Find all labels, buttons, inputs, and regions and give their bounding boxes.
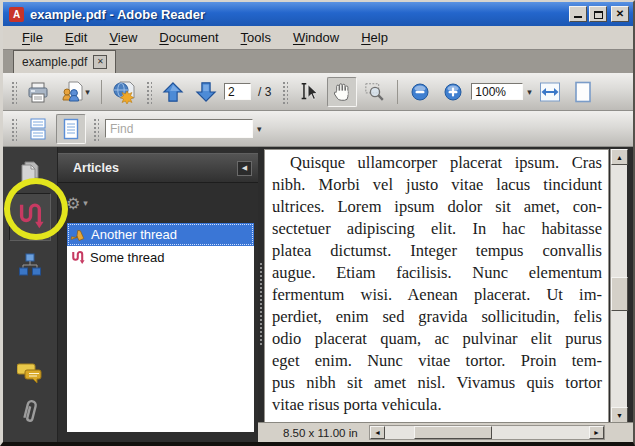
list-item-another-thread[interactable]: Another thread [67, 223, 254, 246]
collapse-panel-button[interactable]: ◀ [237, 161, 252, 176]
close-button[interactable]: ✕ [611, 6, 629, 22]
toolbar-grip[interactable] [145, 80, 152, 104]
tab-close-icon[interactable]: ✕ [93, 55, 107, 69]
secondary-toolbar: ▾ [3, 111, 633, 147]
text-line: vitae risus porta vehicula. [272, 394, 602, 416]
fit-page-icon [571, 80, 595, 104]
articles-panel: Articles ◀ ⚙ ▾ Another thread [58, 147, 258, 442]
main-toolbar: ▾ / 3 [3, 73, 633, 111]
toolbar-separator [397, 80, 398, 104]
tab-bar: example.pdf ✕ [3, 50, 633, 73]
page-size-label: 8.50 x 11.00 in [283, 427, 358, 439]
layers-panel-icon[interactable] [18, 253, 42, 277]
gear-icon[interactable]: ⚙ [66, 194, 80, 213]
fit-width-icon [538, 80, 562, 104]
text-line: Quisque ullamcorper placerat ipsum. Cras [272, 152, 602, 174]
scroll-left-icon: ◄ [374, 429, 381, 436]
vertical-scrollbar[interactable]: ▲ ▼ [610, 149, 627, 423]
scroll-left-button[interactable]: ◄ [370, 426, 385, 439]
hand-tool-icon [331, 81, 353, 103]
navigation-panel-strip [3, 147, 58, 442]
scroll-right-button[interactable]: ► [589, 426, 604, 439]
maximize-button[interactable] [589, 6, 607, 22]
text-line: ultrices. Lorem ipsum dolor sit amet, co… [272, 196, 602, 218]
text-line: odio placerat quam, ac pulvinar elit pur… [272, 328, 602, 350]
articles-icon [16, 201, 44, 233]
globe-document-icon [112, 80, 136, 104]
zoom-in-button[interactable] [438, 77, 468, 107]
page-number-input[interactable] [224, 83, 251, 100]
attachments-panel-icon[interactable] [18, 397, 42, 427]
scroll-down-button[interactable]: ▼ [611, 407, 628, 423]
zoom-level-input[interactable] [471, 83, 523, 100]
menu-window[interactable]: Window [282, 28, 350, 47]
select-tool-button[interactable] [294, 77, 324, 107]
find-input[interactable] [105, 119, 253, 138]
toolbar-grip[interactable] [281, 80, 288, 104]
collaborate-button[interactable]: ▾ [56, 77, 94, 107]
close-icon: ✕ [616, 6, 624, 21]
document-area: Quisque ullamcorper placerat ipsum. Cras… [258, 147, 633, 442]
next-page-button[interactable] [191, 77, 221, 107]
horizontal-scroll-thumb[interactable] [414, 426, 492, 439]
toolbar-separator [101, 80, 102, 104]
up-arrow-icon [162, 81, 184, 103]
thread-label: Some thread [90, 250, 164, 265]
minimize-icon [574, 16, 582, 18]
acrobat-online-button[interactable] [109, 77, 139, 107]
text-line: fermentum wisi. Aenean placerat. Ut im- [272, 284, 602, 306]
single-page-button[interactable] [56, 114, 86, 144]
minimize-button[interactable] [569, 6, 587, 22]
select-tool-icon [298, 81, 320, 103]
pdf-page: Quisque ullamcorper placerat ipsum. Cras… [264, 149, 609, 423]
fit-width-button[interactable] [535, 77, 565, 107]
articles-panel-button[interactable] [9, 193, 51, 241]
fit-page-button[interactable] [568, 77, 598, 107]
article-thread-list: Another thread Some thread [67, 223, 254, 432]
printer-icon [26, 80, 50, 104]
share-document-icon [60, 80, 84, 104]
menu-view[interactable]: View [98, 28, 148, 47]
toolbar-grip[interactable] [10, 117, 17, 141]
single-page-icon [60, 117, 82, 141]
comments-panel-icon[interactable] [17, 361, 43, 385]
menu-edit[interactable]: Edit [54, 28, 98, 47]
previous-page-button[interactable] [158, 77, 188, 107]
continuous-scroll-button[interactable] [23, 114, 53, 144]
scroll-up-button[interactable]: ▲ [611, 149, 628, 165]
menu-file[interactable]: File [11, 28, 54, 47]
find-dropdown-icon[interactable]: ▾ [257, 124, 262, 134]
tab-example-pdf[interactable]: example.pdf ✕ [13, 50, 116, 73]
menu-help[interactable]: Help [350, 28, 399, 47]
marquee-zoom-icon [364, 81, 386, 103]
adobe-reader-window: A example.pdf - Adobe Reader ✕ File Edit… [0, 0, 635, 446]
vertical-scroll-thumb[interactable] [611, 277, 628, 311]
toolbar-grip[interactable] [92, 117, 99, 141]
panel-title: Articles [73, 161, 237, 175]
menu-document[interactable]: Document [148, 28, 229, 47]
toolbar-grip[interactable] [10, 80, 17, 104]
collapse-left-icon: ◀ [242, 164, 247, 172]
horizontal-scrollbar[interactable]: ◄ ► [369, 425, 605, 440]
zoom-dropdown-icon[interactable]: ▾ [527, 87, 532, 97]
options-dropdown-icon[interactable]: ▾ [83, 198, 88, 208]
down-arrow-icon [195, 81, 217, 103]
marquee-zoom-button[interactable] [360, 77, 390, 107]
hand-tool-button[interactable] [327, 77, 357, 107]
print-button[interactable] [23, 77, 53, 107]
tab-label: example.pdf [22, 55, 87, 69]
continuous-pages-icon [27, 117, 49, 141]
zoom-out-icon [410, 82, 430, 102]
text-line: perdiet, enim sed gravida sollicitudin, … [272, 306, 602, 328]
menu-tools[interactable]: Tools [230, 28, 282, 47]
pages-panel-icon[interactable] [17, 159, 43, 185]
window-title: example.pdf - Adobe Reader [30, 7, 567, 22]
page-total-label: / 3 [258, 85, 271, 99]
title-bar: A example.pdf - Adobe Reader ✕ [3, 2, 633, 26]
status-bar: 8.50 x 11.00 in ◄ ► [258, 422, 633, 442]
list-item-some-thread[interactable]: Some thread [67, 246, 254, 269]
adobe-pdf-logo-icon: A [9, 7, 24, 22]
text-line: sectetuer adipiscing elit. In hac habita… [272, 218, 602, 240]
scroll-down-icon: ▼ [616, 412, 623, 419]
zoom-out-button[interactable] [405, 77, 435, 107]
